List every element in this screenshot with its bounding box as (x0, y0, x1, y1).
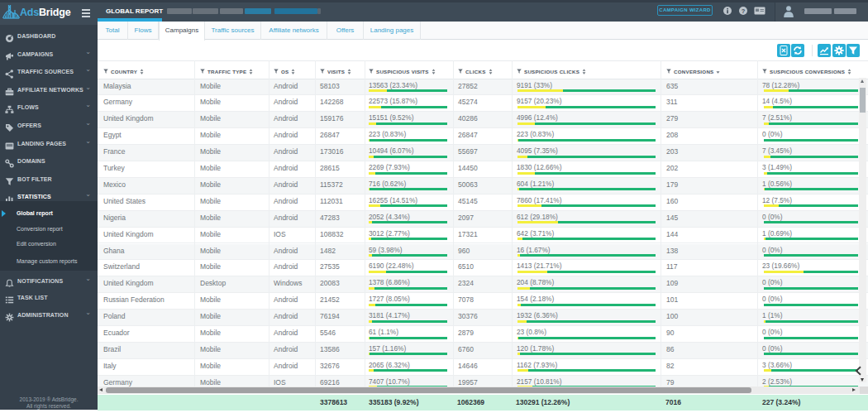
svg-text:?: ? (742, 7, 746, 15)
